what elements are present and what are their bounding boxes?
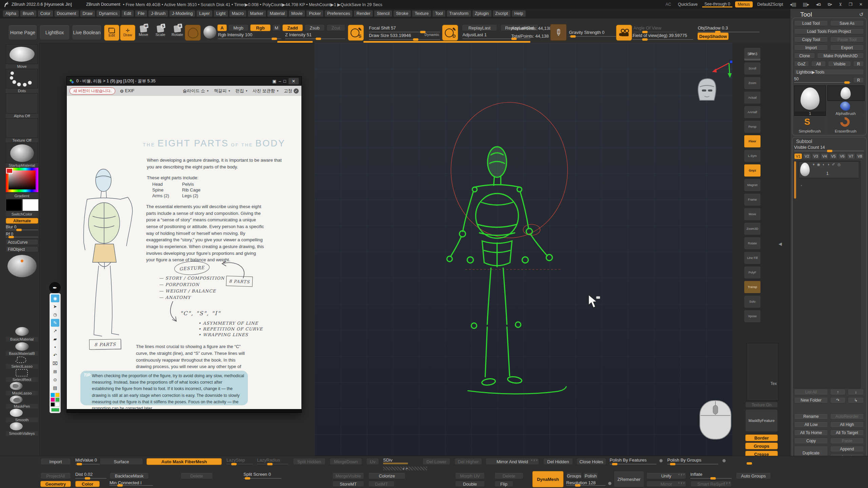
lazystep-slider[interactable]: LazyStep: [226, 458, 253, 465]
mirror-button[interactable]: Mirrorx y z: [646, 481, 686, 487]
right-shelf-button[interactable]: Move: [744, 208, 761, 221]
mask-lasso-thumb[interactable]: [9, 382, 23, 390]
slider-thumb[interactable]: [575, 484, 580, 487]
color-swatch[interactable]: [51, 398, 55, 402]
flip-button[interactable]: Flip: [494, 481, 513, 487]
del-lower-button[interactable]: Del Lower: [422, 458, 450, 465]
menu-item[interactable]: Document: [54, 10, 79, 17]
stroke-dots-thumb[interactable]: [6, 69, 38, 88]
basic-material-b-thumb[interactable]: [15, 342, 29, 351]
slider-thumb[interactable]: [16, 229, 22, 231]
menu-item[interactable]: Transform: [447, 10, 471, 17]
subtool-tab[interactable]: V8: [856, 153, 864, 159]
rgb-button[interactable]: Rgb: [250, 24, 271, 31]
angle-of-view-slider[interactable]: Angle Of View: [633, 25, 677, 33]
accucurve-button[interactable]: AccuCurve: [6, 239, 38, 245]
tool-reset-icon[interactable]: ↺: [859, 12, 864, 18]
right-shelf-button[interactable]: Gxyz: [744, 164, 761, 177]
menu-item[interactable]: Movie: [289, 10, 305, 17]
backfacemask-button[interactable]: BackfaceMask: [110, 472, 149, 479]
menu-item[interactable]: Dynamics: [96, 10, 120, 17]
zsub-button[interactable]: Zsub: [304, 24, 325, 31]
texture-off-thumb[interactable]: [6, 118, 38, 138]
main-color-swatch[interactable]: [6, 199, 22, 211]
window-layout-right-icon[interactable]: ⧉▸: [826, 2, 834, 7]
right-shelf-button[interactable]: AAHalf: [744, 106, 761, 119]
subtool-tab[interactable]: V5: [829, 153, 837, 159]
menu-item[interactable]: Render: [354, 10, 373, 17]
mergevisible-button[interactable]: MergeVisible: [332, 472, 364, 479]
dynamesh-polish-button[interactable]: Polish: [583, 472, 598, 479]
rgb-intensity-slider[interactable]: Rgb Intensity 100: [218, 32, 281, 40]
annotation-tool[interactable]: ▰: [51, 335, 59, 343]
slider-thumb[interactable]: [267, 463, 273, 465]
slider-thumb[interactable]: [8, 236, 14, 238]
groups-button[interactable]: Groups: [745, 443, 778, 449]
split-hidden-button[interactable]: Split Hidden: [293, 458, 326, 465]
color-swatch[interactable]: [51, 393, 55, 397]
default-zscript-button[interactable]: DefaultZScript: [755, 2, 785, 7]
xyz-toggles[interactable]: x y z: [531, 459, 538, 461]
dynamesh-button[interactable]: DynaMesh: [532, 471, 564, 487]
menu-item[interactable]: Stencil: [374, 10, 392, 17]
load-tool-button[interactable]: Load Tool: [794, 20, 828, 26]
subtool-scrollbar[interactable]: [794, 161, 796, 199]
slider-thumb[interactable]: [413, 38, 418, 41]
polish-by-features-slider[interactable]: Polish By Features: [610, 458, 656, 465]
a-button[interactable]: A: [217, 24, 227, 31]
move-button[interactable]: M Move: [136, 25, 151, 37]
viewer-minimize-icon[interactable]: –: [279, 79, 281, 84]
dynamesh-groups-button[interactable]: Groups: [566, 472, 582, 479]
new-folder-button[interactable]: New Folder: [794, 397, 828, 403]
move-into-button[interactable]: ↳: [848, 397, 864, 403]
projectall-button[interactable]: ProjectAll: [40, 472, 71, 479]
tray-collapse-arrow[interactable]: ◀: [778, 241, 782, 246]
subtool-toggle-icon[interactable]: ◉: [817, 162, 821, 167]
slider-thumb[interactable]: [570, 35, 576, 38]
surface-button[interactable]: Surface: [100, 458, 143, 465]
color-picker[interactable]: [6, 168, 38, 192]
annotation-tool[interactable]: ⊙: [51, 376, 59, 384]
fit-window-icon[interactable]: ▣: [272, 79, 276, 84]
see-through-slider[interactable]: See-through 0: [702, 2, 732, 7]
mask-by-feature-button[interactable]: MaskByFeature: [745, 409, 778, 432]
smooth-valleys-thumb[interactable]: [9, 422, 23, 431]
menu-item[interactable]: Zplugin: [472, 10, 492, 17]
delmt-button[interactable]: DelMT: [368, 481, 395, 487]
load-tools-from-project-button[interactable]: Load Tools From Project: [794, 28, 864, 34]
menu-item[interactable]: Macro: [229, 10, 246, 17]
tool-slot[interactable]: [827, 85, 865, 101]
dynamic-size-icon-button[interactable]: D ✎: [442, 25, 458, 41]
lightbox-tools-button[interactable]: Lightbox▶Tools: [794, 69, 864, 75]
list-all-button[interactable]: List All: [794, 389, 828, 395]
delete-button[interactable]: Delete: [494, 472, 524, 479]
slider-thumb[interactable]: [612, 463, 617, 465]
menu-item[interactable]: Color: [38, 10, 53, 17]
paste-button[interactable]: Paste: [830, 438, 864, 444]
obj-shadow-slider[interactable]: ObjShadow 0.3: [698, 25, 760, 33]
subtool-tab[interactable]: V2: [803, 153, 811, 159]
alpha-brush-slot[interactable]: AlphaBrush: [827, 101, 864, 116]
window-layout-left-icon[interactable]: ◂⧉: [814, 2, 823, 7]
menu-item[interactable]: J-Modeling: [169, 10, 195, 17]
quicksave-interval-slider[interactable]: 50: [794, 77, 851, 83]
menu-item[interactable]: Draw: [80, 10, 95, 17]
mrgb-button[interactable]: Mrgb: [228, 24, 249, 31]
morph-uv-button[interactable]: Morph UV: [455, 472, 485, 479]
z-intensity-slider[interactable]: Z Intensity 51: [285, 32, 345, 40]
secondary-color-swatch[interactable]: [22, 199, 39, 211]
annotation-tool[interactable]: ↶: [51, 351, 59, 359]
viewer-title-bar[interactable]: 0 - 비율, 리듬 > 1 (9).jpg [1/20] - 꿀뷰 5.35 …: [67, 77, 301, 86]
all-low-button[interactable]: All Low: [794, 422, 828, 428]
subtool-tab[interactable]: V6: [838, 153, 846, 159]
subtool-item[interactable]: ▾◉◐◑✐◎ 1: [799, 161, 859, 178]
zremesher-button[interactable]: ZRemesher: [614, 471, 644, 487]
append-button[interactable]: Append: [830, 446, 864, 452]
right-shelf-button[interactable]: Rotate: [744, 237, 761, 250]
zcut-button[interactable]: Zcut: [327, 24, 345, 31]
auto-mask-fibermesh-button[interactable]: Auto Mask FiberMesh: [146, 458, 222, 465]
subtool-toggle-icon[interactable]: ◐: [823, 162, 825, 167]
subtool-toggle-icon[interactable]: ✐: [832, 162, 835, 167]
gravity-pencil-thumb[interactable]: ✏: [550, 24, 567, 41]
slider-thumb[interactable]: [844, 81, 850, 84]
